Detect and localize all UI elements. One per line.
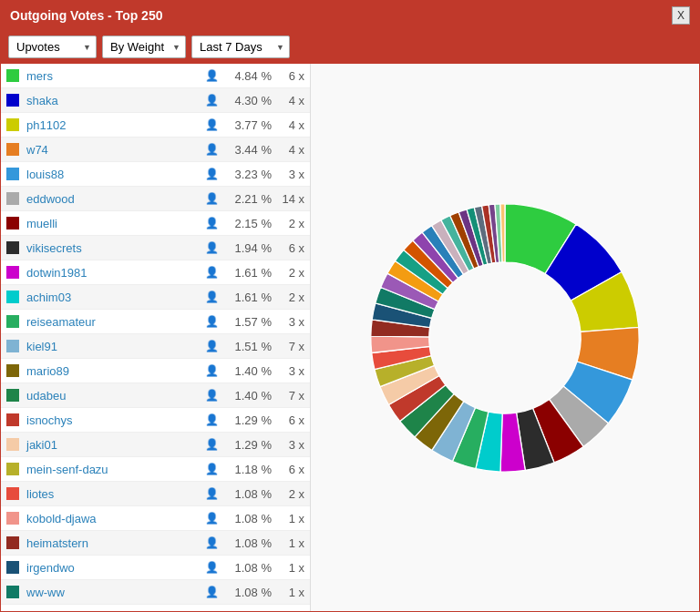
user-name[interactable]: ph1102	[26, 118, 205, 132]
user-name[interactable]: mein-senf-dazu	[26, 463, 205, 476]
user-icon: 👤	[205, 69, 219, 82]
list-item[interactable]: vikisecrets 👤 1.94 % 6 x	[1, 236, 310, 260]
user-name[interactable]: louis88	[26, 168, 205, 181]
user-name[interactable]: kiel91	[26, 340, 205, 353]
list-item[interactable]: kobold-djawa 👤 1.08 % 1 x	[1, 506, 310, 531]
count: 4 x	[277, 94, 304, 107]
percentage: 3.23 %	[224, 168, 272, 181]
list-item[interactable]: mers 👤 4.84 % 6 x	[1, 64, 310, 88]
color-swatch	[6, 512, 19, 525]
percentage: 1.29 %	[224, 438, 272, 452]
percentage: 1.61 %	[224, 266, 272, 280]
color-swatch	[6, 217, 19, 230]
user-icon: 👤	[205, 487, 219, 500]
color-swatch	[6, 586, 19, 598]
list-item[interactable]: eddwood 👤 2.21 % 14 x	[1, 187, 310, 211]
period-select[interactable]: Last 7 Days Last 30 Days Last 90 Days	[191, 36, 290, 58]
user-icon: 👤	[205, 463, 219, 475]
user-name[interactable]: mario89	[26, 364, 205, 378]
color-swatch	[6, 143, 19, 156]
user-icon: 👤	[205, 291, 219, 303]
count: 1 x	[277, 536, 304, 550]
user-icon: 👤	[205, 364, 219, 377]
user-icon: 👤	[205, 118, 219, 131]
count: 6 x	[277, 241, 304, 255]
color-swatch	[6, 241, 19, 254]
user-icon: 👤	[205, 94, 219, 107]
user-name[interactable]: kobold-djawa	[26, 512, 205, 525]
user-icon: 👤	[205, 340, 219, 352]
user-name[interactable]: irgendwo	[26, 561, 205, 575]
user-icon: 👤	[205, 217, 219, 230]
count: 2 x	[277, 217, 304, 230]
user-name[interactable]: eddwood	[26, 192, 205, 206]
list-item[interactable]: udabeu 👤 1.40 % 7 x	[1, 383, 310, 408]
list-item[interactable]: heimatstern 👤 1.08 % 1 x	[1, 531, 310, 556]
count: 2 x	[277, 291, 304, 304]
count: 3 x	[277, 438, 304, 452]
list-item[interactable]: kiel91 👤 1.51 % 7 x	[1, 334, 310, 359]
list-item[interactable]: w74 👤 3.44 % 4 x	[1, 138, 310, 162]
list-item[interactable]: dotwin1981 👤 1.61 % 2 x	[1, 260, 310, 285]
count: 2 x	[277, 266, 304, 280]
list-item[interactable]: mario89 👤 1.40 % 3 x	[1, 359, 310, 383]
list-item[interactable]: louis88 👤 3.23 % 3 x	[1, 162, 310, 187]
list-item[interactable]: jaki01 👤 1.29 % 3 x	[1, 433, 310, 457]
color-swatch	[6, 118, 19, 131]
list-item[interactable]: irgendwo 👤 1.08 % 1 x	[1, 556, 310, 580]
color-swatch	[6, 168, 19, 180]
count: 3 x	[277, 315, 304, 329]
user-name[interactable]: shaka	[26, 94, 205, 107]
count: 6 x	[277, 463, 304, 476]
user-name[interactable]: achim03	[26, 291, 205, 304]
user-name[interactable]: jaki01	[26, 438, 205, 452]
percentage: 1.08 %	[224, 586, 272, 599]
count: 4 x	[277, 143, 304, 157]
user-name[interactable]: isnochys	[26, 413, 205, 427]
vote-type-select[interactable]: Upvotes Downvotes	[8, 36, 97, 58]
user-icon: 👤	[205, 413, 219, 426]
list-item[interactable]: ww-ww 👤 1.08 % 1 x	[1, 580, 310, 605]
list-item[interactable]: ph1102 👤 3.77 % 4 x	[1, 113, 310, 138]
user-name[interactable]: ww-ww	[26, 586, 205, 599]
list-item[interactable]: liotes 👤 1.08 % 2 x	[1, 482, 310, 506]
user-name[interactable]: liotes	[26, 487, 205, 501]
percentage: 3.77 %	[224, 118, 272, 132]
list-item[interactable]: achim03 👤 1.61 % 2 x	[1, 285, 310, 310]
percentage: 4.30 %	[224, 94, 272, 107]
color-swatch	[6, 291, 19, 303]
user-name[interactable]: udabeu	[26, 389, 205, 403]
count: 7 x	[277, 340, 304, 353]
sort-select[interactable]: By Weight By Count	[102, 36, 186, 58]
user-name[interactable]: reiseamateur	[26, 315, 205, 329]
list-item[interactable]: mein-senf-dazu 👤 1.18 % 6 x	[1, 457, 310, 482]
user-name[interactable]: dotwin1981	[26, 266, 205, 280]
user-icon: 👤	[205, 389, 219, 402]
percentage: 1.40 %	[224, 389, 272, 403]
percentage: 1.29 %	[224, 413, 272, 427]
count: 1 x	[277, 512, 304, 525]
main-window: Outgoing Votes - Top 250 X Upvotes Downv…	[0, 0, 700, 612]
color-swatch	[6, 315, 19, 328]
list-item[interactable]: reiseamateur 👤 1.57 % 3 x	[1, 310, 310, 334]
count: 4 x	[277, 118, 304, 132]
count: 3 x	[277, 168, 304, 181]
user-name[interactable]: heimatstern	[26, 536, 205, 550]
count: 1 x	[277, 586, 304, 599]
user-name[interactable]: mers	[26, 69, 205, 83]
list-item[interactable]: muelli 👤 2.15 % 2 x	[1, 211, 310, 236]
user-name[interactable]: muelli	[26, 217, 205, 230]
percentage: 1.51 %	[224, 340, 272, 353]
list-item[interactable]: shaka 👤 4.30 % 4 x	[1, 88, 310, 113]
user-name[interactable]: vikisecrets	[26, 241, 205, 255]
percentage: 2.21 %	[224, 192, 272, 206]
user-icon: 👤	[205, 192, 219, 205]
user-name[interactable]: w74	[26, 143, 205, 157]
user-icon: 👤	[205, 315, 219, 328]
count: 6 x	[277, 413, 304, 427]
count: 1 x	[277, 561, 304, 575]
list-item[interactable]: isnochys 👤 1.29 % 6 x	[1, 408, 310, 433]
user-icon: 👤	[205, 561, 219, 574]
percentage: 1.08 %	[224, 536, 272, 550]
close-button[interactable]: X	[672, 6, 690, 25]
